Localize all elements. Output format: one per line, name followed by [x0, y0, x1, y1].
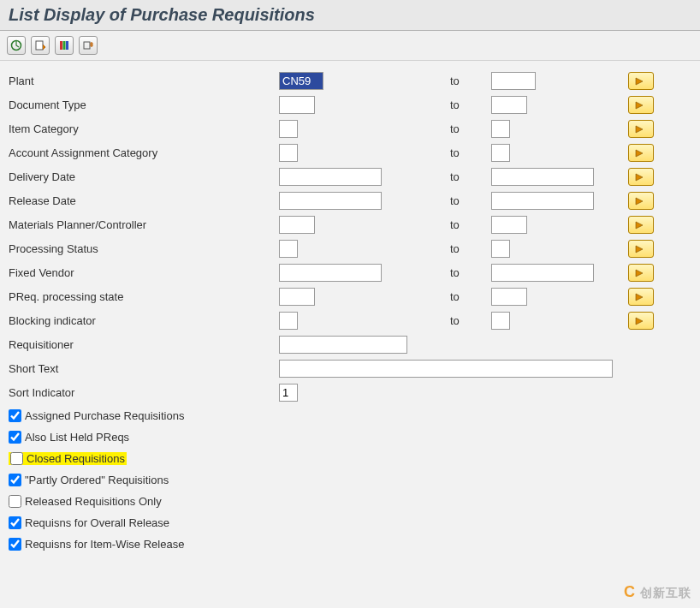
to-label: to [450, 122, 491, 135]
deliv-date-multi-select-button[interactable] [628, 168, 654, 186]
acct-assign-multi-select-button[interactable] [628, 144, 654, 162]
short-text-input[interactable] [279, 360, 613, 378]
svg-rect-5 [84, 42, 90, 49]
rel-date-multi-select-button[interactable] [628, 192, 654, 210]
row-sort-indicator: Sort Indicator [7, 381, 693, 404]
mrp-to-input[interactable] [491, 216, 527, 234]
label-acct-assign: Account Assignment Category [7, 146, 279, 159]
row-deliv-date: Delivery Date to [7, 165, 693, 188]
execute-button[interactable] [7, 36, 26, 55]
label-doc-type: Document Type [7, 98, 279, 111]
label-proc-status: Processing Status [7, 242, 279, 255]
rel-date-to-input[interactable] [491, 192, 594, 210]
released-only-checkbox[interactable] [9, 495, 21, 508]
closed-label: Closed Requisitions [27, 452, 125, 465]
plant-from-input[interactable] [279, 72, 323, 90]
mrp-from-input[interactable] [279, 216, 315, 234]
doc-type-multi-select-button[interactable] [628, 96, 654, 114]
to-label: to [450, 242, 491, 255]
label-rel-date: Release Date [7, 194, 279, 207]
label-block-ind: Blocking indicator [7, 314, 279, 327]
to-label: to [450, 75, 491, 87]
item-category-to-input[interactable] [491, 120, 510, 138]
preq-state-to-input[interactable] [491, 288, 527, 306]
get-variant-button[interactable] [31, 36, 50, 55]
to-label: to [450, 314, 491, 327]
doc-type-from-input[interactable] [279, 96, 315, 114]
block-ind-to-input[interactable] [491, 312, 510, 330]
also-held-label: Also List Held PReqs [25, 431, 129, 444]
block-ind-from-input[interactable] [279, 312, 298, 330]
page-title: List Display of Purchase Requisitions [9, 5, 691, 25]
svg-rect-4 [66, 41, 68, 50]
all-selections-button[interactable] [79, 36, 98, 55]
doc-type-to-input[interactable] [491, 96, 527, 114]
toolbar [0, 31, 700, 61]
item-category-multi-select-button[interactable] [628, 120, 654, 138]
acct-assign-to-input[interactable] [491, 144, 510, 162]
row-item-category: Item Category to [7, 117, 693, 140]
overall-label: Requisns for Overall Release [25, 516, 169, 529]
proc-status-to-input[interactable] [491, 240, 510, 258]
row-acct-assign: Account Assignment Category to [7, 141, 693, 164]
sort-indicator-input[interactable] [279, 384, 298, 402]
fixed-vendor-multi-select-button[interactable] [628, 264, 654, 282]
label-item-category: Item Category [7, 122, 279, 135]
svg-rect-1 [36, 41, 43, 50]
check-itemwise: Requisns for Item-Wise Release [7, 533, 693, 555]
mrp-multi-select-button[interactable] [628, 216, 654, 234]
preq-state-from-input[interactable] [279, 288, 315, 306]
check-assigned-pr: Assigned Purchase Requisitions [7, 405, 693, 426]
fixed-vendor-from-input[interactable] [279, 264, 382, 282]
check-overall: Requisns for Overall Release [7, 512, 693, 533]
row-rel-date: Release Date to [7, 189, 693, 212]
row-mrp: Materials Planner/Controller to [7, 213, 693, 236]
svg-rect-3 [63, 41, 66, 50]
to-label: to [450, 290, 491, 303]
row-proc-status: Processing Status to [7, 237, 693, 260]
item-category-from-input[interactable] [279, 120, 298, 138]
dynamic-selections-button[interactable] [55, 36, 74, 55]
to-label: to [450, 266, 491, 279]
to-label: to [450, 170, 491, 183]
check-partly: "Partly Ordered" Requisitions [7, 469, 693, 491]
header: List Display of Purchase Requisitions [0, 0, 700, 31]
label-sort-indicator: Sort Indicator [7, 386, 279, 399]
overall-checkbox[interactable] [9, 516, 21, 529]
itemwise-checkbox[interactable] [9, 538, 21, 551]
row-preq-state: PReq. processing state to [7, 285, 693, 308]
block-ind-multi-select-button[interactable] [628, 312, 654, 330]
itemwise-label: Requisns for Item-Wise Release [25, 538, 184, 551]
proc-status-from-input[interactable] [279, 240, 298, 258]
row-fixed-vendor: Fixed Vendor to [7, 261, 693, 284]
proc-status-multi-select-button[interactable] [628, 240, 654, 258]
requisitioner-input[interactable] [279, 336, 407, 354]
to-label: to [450, 146, 491, 159]
released-only-label: Released Requisitions Only [25, 495, 162, 508]
row-plant: Plant to [7, 69, 693, 92]
label-mrp: Materials Planner/Controller [7, 218, 279, 231]
check-released-only: Released Requisitions Only [7, 491, 693, 512]
closed-checkbox[interactable] [10, 452, 23, 465]
watermark-icon: C [624, 583, 636, 600]
label-preq-state: PReq. processing state [7, 290, 279, 303]
partly-checkbox[interactable] [9, 474, 21, 486]
label-requisitioner: Requisitioner [7, 338, 279, 351]
fixed-vendor-to-input[interactable] [491, 264, 594, 282]
plant-to-input[interactable] [491, 72, 536, 90]
watermark-text: 创新互联 [640, 586, 691, 599]
label-plant: Plant [7, 75, 279, 87]
preq-state-multi-select-button[interactable] [628, 288, 654, 306]
also-held-checkbox[interactable] [9, 431, 21, 444]
deliv-date-to-input[interactable] [491, 168, 594, 186]
row-doc-type: Document Type to [7, 93, 693, 116]
plant-multi-select-button[interactable] [628, 72, 654, 90]
deliv-date-from-input[interactable] [279, 168, 382, 186]
svg-rect-2 [60, 41, 62, 50]
to-label: to [450, 194, 491, 207]
label-fixed-vendor: Fixed Vendor [7, 266, 279, 279]
assigned-pr-checkbox[interactable] [9, 409, 21, 422]
acct-assign-from-input[interactable] [279, 144, 298, 162]
check-closed: Closed Requisitions [7, 448, 693, 469]
rel-date-from-input[interactable] [279, 192, 382, 210]
